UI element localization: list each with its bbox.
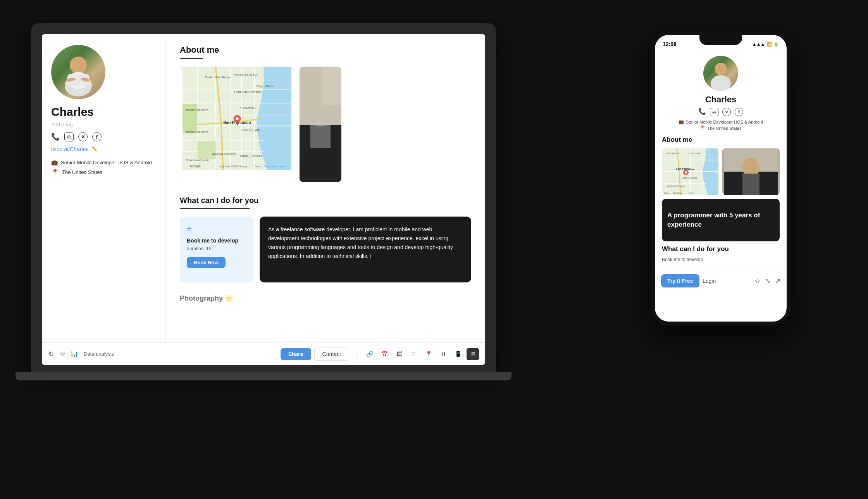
data-analysis-icon[interactable]: 📊 — [71, 351, 78, 358]
phone-job-icon: 💼 — [679, 119, 684, 124]
phone-share-icon[interactable]: ↗ — [775, 277, 780, 285]
contact-button[interactable]: Contact — [314, 348, 349, 361]
social-icons-row: 📞 ◎ ✕ f — [51, 132, 156, 141]
toolbar-center: Share Contact — [281, 348, 349, 361]
svg-text:Google: Google — [190, 164, 201, 168]
svg-text:Goo...: Goo... — [664, 192, 670, 194]
phone-action-icons: ☆ ⤡ ↗ — [754, 277, 780, 285]
tool-location[interactable]: 📍 — [422, 348, 435, 360]
svg-text:San Franci...: San Franci... — [675, 167, 694, 170]
what-can-title: What can I do for you — [180, 196, 471, 205]
phone-share-expand-icon[interactable]: ⤡ — [765, 277, 770, 285]
phone-programmer-card: A programmer with 5 years of experience — [662, 199, 780, 241]
svg-text:Chap... Observ...: Chap... Observ... — [256, 85, 276, 88]
data-analysis-label: Data analysis — [84, 351, 114, 357]
profile-photo — [300, 67, 341, 182]
main-content: About me — [166, 34, 485, 342]
what-can-section: What can I do for you ≡ Book me to devel… — [180, 196, 471, 282]
phone-map-thumbnail: San Franci... IFIC HEIGHTS CHINATOWN UNI… — [662, 148, 719, 195]
svg-text:MISSION DISTRICT: MISSION DISTRICT — [667, 185, 685, 188]
about-media-row: San Francisco Golden Gate Bridge TREASUR… — [180, 67, 471, 182]
phone-time: 12:08 — [663, 41, 677, 47]
svg-text:Term...: Term... — [689, 192, 694, 194]
avatar — [51, 45, 105, 99]
job-title-text: Senior Mobile Developer | iOS & Android — [61, 160, 152, 165]
book-now-button[interactable]: Book Now — [187, 257, 226, 268]
svg-rect-69 — [742, 174, 760, 195]
bottom-toolbar: ↻ ☆ 📊 Data analysis Share Contact | 🔗 📅 … — [42, 342, 485, 365]
mobile-phone: 12:08 ▲▲▲ 📶 🔋 Charles 📞 — [651, 31, 790, 325]
svg-text:UNION SQUARE: UNION SQUARE — [683, 177, 698, 179]
svg-text:FISHERMAN'S WHARF: FISHERMAN'S WHARF — [234, 91, 262, 93]
svg-text:Stonestown Galleria: Stonestown Galleria — [186, 159, 210, 162]
refresh-icon[interactable]: ↻ — [48, 350, 54, 358]
login-button[interactable]: Login — [703, 278, 716, 284]
svg-point-0 — [70, 57, 87, 74]
phone-what-title: What can I do for you — [662, 245, 780, 253]
svg-text:CHINATOWN: CHINATOWN — [240, 107, 256, 110]
svg-rect-45 — [323, 67, 341, 105]
phone-location: 📍 The United States — [700, 126, 741, 131]
svg-text:TREASURE ISLAND: TREASURE ISLAND — [234, 74, 258, 77]
fixon-link-row: fixon.ai/Charles ✏️ — [51, 146, 156, 152]
service-card-icon: ≡ — [187, 224, 246, 234]
phone-notch — [699, 35, 742, 45]
location-icon: 📍 — [51, 169, 59, 176]
svg-point-46 — [715, 63, 727, 75]
wifi-icon: 📶 — [766, 42, 772, 47]
svg-text:IFIC HEIGHTS: IFIC HEIGHTS — [667, 152, 680, 155]
phone-icon[interactable]: 📞 — [51, 132, 60, 141]
tool-mobile[interactable]: 📱 — [452, 348, 464, 360]
instagram-icon[interactable]: ◎ — [64, 132, 74, 141]
photography-section-hint: Photography 🌟 — [180, 294, 471, 303]
svg-text:Map Data: Map Data — [673, 192, 682, 194]
share-button[interactable]: Share — [281, 348, 311, 360]
tool-calendar[interactable]: 📅 — [378, 348, 391, 360]
location-row: 📍 The United States — [51, 169, 156, 176]
about-underline — [180, 58, 203, 59]
phone-avatar — [703, 56, 738, 91]
phone-phone-icon[interactable]: 📞 — [698, 108, 706, 116]
toolbar-left: ↻ ☆ 📊 Data analysis — [48, 350, 114, 358]
programmer-text: A programmer with 5 years of experience — [667, 211, 774, 229]
phone-about-title: About me — [662, 136, 780, 144]
phone-instagram-icon[interactable]: ◎ — [710, 108, 718, 116]
phone-x-icon[interactable]: ✕ — [722, 108, 731, 116]
facebook-icon[interactable]: f — [92, 132, 102, 141]
battery-icon: 🔋 — [773, 42, 779, 47]
tool-image[interactable]: 🖼 — [393, 348, 405, 360]
tool-link[interactable]: 🔗 — [363, 348, 376, 360]
star-icon[interactable]: ☆ — [59, 350, 65, 358]
phone-social-icons: 📞 ◎ ✕ f — [698, 108, 743, 116]
svg-text:PACIFIC HEIGHTS: PACIFIC HEIGHTS — [186, 109, 209, 112]
laptop-base — [16, 372, 512, 380]
tool-desktop[interactable]: 🖥 — [467, 348, 479, 360]
add-tag-label[interactable]: Add a tag — [51, 122, 156, 127]
what-can-underline — [180, 208, 250, 209]
phone-profile-name: Charles — [705, 95, 737, 105]
tool-heading[interactable]: H — [437, 348, 450, 360]
phone-bottom-bar: Try It Free Login ☆ ⤡ ↗ — [655, 270, 787, 291]
toolbar-separator: | — [355, 349, 357, 358]
svg-text:MISSION DISTRICT: MISSION DISTRICT — [212, 153, 236, 156]
try-it-free-button[interactable]: Try It Free — [661, 274, 699, 287]
phone-profile-section: Charles 📞 ◎ ✕ f 💼 Senior Mobile Develope… — [655, 50, 787, 136]
svg-text:UNION SQUARE: UNION SQUARE — [240, 129, 260, 132]
laptop: Charles Add a tag 📞 ◎ ✕ f fixo — [31, 23, 496, 372]
phone-status-icons: ▲▲▲ 📶 🔋 — [752, 42, 779, 47]
job-icon: 💼 — [51, 159, 58, 165]
edit-icon[interactable]: ✏️ — [92, 146, 98, 152]
job-title-row: 💼 Senior Mobile Developer | iOS & Androi… — [51, 159, 156, 165]
phone-star-icon[interactable]: ☆ — [754, 277, 760, 285]
svg-text:Map data ©2024 Google: Map data ©2024 Google — [219, 165, 248, 168]
x-icon[interactable]: ✕ — [78, 132, 88, 141]
left-sidebar: Charles Add a tag 📞 ◎ ✕ f fixo — [42, 34, 166, 342]
signal-icon: ▲▲▲ — [752, 42, 765, 46]
profile-name: Charles — [51, 105, 156, 119]
tool-list[interactable]: ≡ — [408, 348, 420, 360]
svg-text:BERNAL HEIGHTS: BERNAL HEIGHTS — [240, 155, 262, 158]
phone-facebook-icon[interactable]: f — [735, 108, 743, 116]
svg-text:PACIFIC HEIGHTS: PACIFIC HEIGHTS — [186, 131, 209, 134]
fixon-link[interactable]: fixon.ai/Charles — [51, 146, 89, 152]
svg-rect-17 — [183, 104, 197, 133]
